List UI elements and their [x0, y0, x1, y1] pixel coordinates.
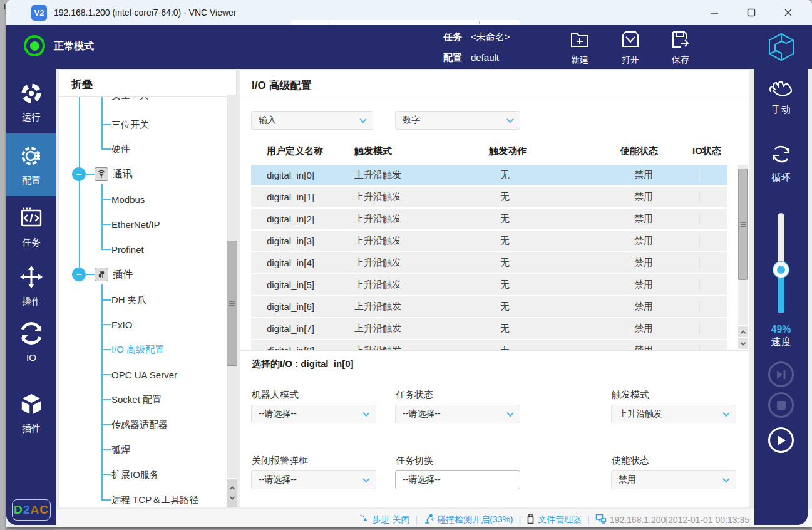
collapse-minus-icon[interactable]: − — [72, 167, 86, 181]
close-alarm-label: 关闭报警弹框 — [252, 455, 308, 467]
io-state-checkbox[interactable] — [699, 257, 700, 269]
antenna-icon — [95, 167, 108, 181]
badge-letter: C — [39, 503, 49, 517]
tree-panel: 折叠 安全工具 三位开关 硬件 − — [58, 69, 237, 507]
mode-status-icon — [24, 35, 45, 56]
scroll-down-icon[interactable] — [229, 495, 234, 500]
gear-icon — [19, 143, 44, 171]
chevron-down-icon — [506, 116, 513, 123]
network-icon — [595, 514, 607, 526]
sidebar-item-task[interactable]: 任务 — [6, 205, 56, 249]
app-body: 步进 关闭 | 碰撞检测开启(33%) | 文件管理器 — [6, 69, 812, 527]
table-scroll-up[interactable] — [738, 326, 748, 337]
io-table: digital_in[0]上升沿触发无禁用 digital_in[1]上升沿触发… — [251, 165, 727, 350]
open-button[interactable]: 打开 — [611, 29, 650, 66]
cube-icon — [19, 392, 44, 419]
collision-status[interactable]: 碰撞检测开启(33%) — [423, 514, 513, 526]
badge-letter: 2 — [23, 503, 31, 517]
table-row[interactable]: digital_in[3]上升沿触发无禁用 — [251, 231, 727, 251]
io-state-checkbox[interactable] — [699, 345, 700, 350]
network-status: 192.168.1.200|2012-01-01 00:13:35 — [595, 514, 749, 526]
sliders-icon — [95, 268, 108, 281]
code-window-icon — [19, 205, 44, 233]
new-file-icon — [569, 29, 590, 53]
sidebar-item-config[interactable]: 配置 — [6, 133, 56, 196]
run-target-icon — [19, 81, 43, 108]
close-alarm-select[interactable]: --请选择-- — [251, 470, 376, 489]
config-label: 配置 — [443, 52, 462, 64]
stop-button[interactable] — [768, 392, 794, 418]
io-state-checkbox[interactable] — [699, 191, 700, 203]
vnc-toolbar-collapsed[interactable] — [291, 20, 520, 25]
collapse-minus-icon[interactable]: − — [72, 268, 86, 281]
badge-letter: D — [14, 503, 23, 517]
table-row[interactable]: digital_in[1]上升沿触发无禁用 — [251, 187, 727, 207]
table-row[interactable]: digital_in[7]上升沿触发无禁用 — [251, 318, 727, 339]
move-arrows-icon — [19, 264, 44, 292]
cycle-mode-button[interactable]: 循环 — [754, 142, 808, 184]
table-row[interactable]: digital_in[4]上升沿触发无禁用 — [251, 252, 727, 273]
robot-mode-label: 机器人模式 — [252, 389, 299, 401]
brand-logo-icon — [768, 33, 795, 64]
speed-percent: 49% — [754, 324, 808, 335]
io-type-select[interactable]: 数字 — [395, 111, 520, 130]
selected-io-label: 选择的I/O : digital_in[0] — [252, 358, 354, 370]
d2ac-badge[interactable]: D2AC — [12, 499, 51, 521]
speed-slider[interactable] — [778, 213, 784, 313]
tree-collapse-header[interactable]: 折叠 — [71, 77, 93, 91]
table-scrollbar-thumb[interactable] — [738, 169, 748, 280]
table-scroll-down[interactable] — [738, 338, 748, 349]
table-row[interactable]: digital_in[6]上升沿触发无禁用 — [251, 296, 727, 317]
slider-knob[interactable] — [773, 262, 789, 278]
status-bar: 步进 关闭 | 碰撞检测开启(33%) | 文件管理器 — [56, 509, 812, 527]
new-button[interactable]: 新建 — [560, 29, 599, 66]
sidebar-item-operate[interactable]: 操作 — [6, 264, 56, 308]
table-row[interactable]: digital_in[0]上升沿触发无禁用 — [251, 165, 727, 185]
play-button[interactable] — [768, 427, 794, 453]
io-direction-select[interactable]: 输入 — [251, 111, 373, 130]
page-title: I/O 高级配置 — [252, 78, 311, 93]
table-row[interactable]: digital_in[5]上升沿触发无禁用 — [251, 274, 727, 295]
robot-mode-select[interactable]: --请选择-- — [251, 405, 376, 423]
trigger-mode-select[interactable]: 上升沿触发 — [611, 405, 736, 423]
file-manager[interactable]: 文件管理器 — [527, 514, 582, 526]
io-state-checkbox[interactable] — [699, 301, 700, 313]
task-state-select[interactable]: --请选择-- — [395, 405, 520, 423]
maximize-button[interactable] — [737, 0, 766, 25]
io-state-checkbox[interactable] — [699, 235, 700, 247]
chevron-down-icon — [362, 475, 369, 482]
enable-state-label: 使能状态 — [612, 455, 649, 467]
tree-scroll-area: 安全工具 三位开关 硬件 − 通讯 Modbus — [59, 97, 236, 507]
task-switch-field[interactable]: --请选择-- — [395, 470, 520, 489]
chevron-down-icon — [362, 410, 369, 417]
step-status[interactable]: 步进 关闭 — [359, 514, 410, 526]
badge-letter: A — [30, 503, 39, 517]
scroll-up-icon[interactable] — [229, 486, 234, 491]
io-state-checkbox[interactable] — [699, 169, 700, 181]
sidebar-item-plugin[interactable]: 插件 — [6, 392, 56, 435]
io-state-checkbox[interactable] — [699, 279, 700, 291]
config-row: 配置 default — [443, 52, 499, 64]
table-row[interactable]: digital_in[2]上升沿触发无禁用 — [251, 209, 727, 229]
save-button[interactable]: 保存 — [661, 29, 700, 66]
tree-scrollbar-thumb[interactable] — [227, 241, 237, 366]
enable-state-select[interactable]: 禁用 — [611, 470, 736, 489]
io-state-checkbox[interactable] — [699, 213, 700, 225]
config-value: default — [471, 52, 499, 64]
sidebar-item-io[interactable]: IO — [6, 321, 56, 365]
manual-mode-button[interactable]: 手动 — [754, 78, 808, 116]
sidebar-item-run[interactable]: 运行 — [6, 81, 56, 125]
task-value: <未命名> — [471, 31, 510, 43]
background-window-text: 刂 — [0, 3, 6, 14]
loop-icon — [769, 142, 794, 169]
table-row[interactable]: digital_in[8]上升沿触发无禁用 — [251, 340, 727, 350]
step-next-button[interactable] — [768, 361, 794, 387]
open-file-icon — [620, 29, 641, 53]
minimize-button[interactable] — [700, 0, 729, 25]
right-sidebar: 手动 循环 49% 速度 — [754, 69, 808, 525]
io-state-checkbox[interactable] — [699, 323, 700, 335]
vnc-logo-icon: V2 — [31, 5, 47, 21]
table-header: 用户定义名称 触发模式 触发动作 使能状态 IO状态 — [251, 142, 727, 160]
usb-drive-icon — [527, 514, 535, 526]
close-button[interactable] — [774, 0, 803, 25]
